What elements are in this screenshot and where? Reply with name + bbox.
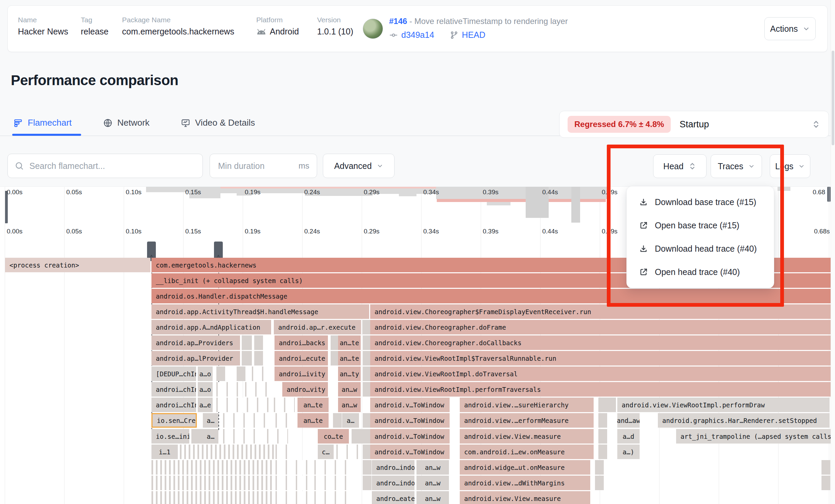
flame-segment[interactable]: c…: [318, 444, 334, 459]
flame-segment[interactable]: [314, 460, 355, 475]
flame-segment[interactable]: i…1: [151, 444, 178, 459]
flame-segment[interactable]: com.android.i…ew.onMeasure: [460, 444, 594, 459]
flame-segment[interactable]: android.ap…Providers: [151, 335, 240, 350]
flame-segment[interactable]: [363, 460, 371, 475]
flame-segment[interactable]: andro…indow: [372, 460, 414, 475]
flame-segment[interactable]: io.sen…Create: [151, 413, 197, 428]
tab-flamechart[interactable]: Flamechart: [14, 118, 72, 128]
flame-segment[interactable]: a…o: [198, 382, 212, 397]
flame-segment[interactable]: [607, 398, 616, 412]
flame-segment[interactable]: android.view.ViewRootImpl.doTraversal: [370, 366, 835, 381]
flame-segment[interactable]: android.view.…erformMeasure: [460, 413, 594, 428]
tab-network[interactable]: Network: [103, 118, 149, 128]
flame-segment[interactable]: [598, 429, 607, 443]
flame-segment[interactable]: [216, 366, 225, 381]
flame-segment[interactable]: android.v…ToWindow: [370, 398, 450, 412]
flame-segment[interactable]: [276, 476, 309, 490]
flame-segment[interactable]: [276, 413, 294, 428]
flame-segment[interactable]: android.app.A…ndApplication: [151, 320, 271, 334]
commit-link[interactable]: d349a14: [401, 30, 434, 40]
flame-segment[interactable]: android.view.ViewRootImpl.performTravers…: [370, 382, 835, 397]
flame-segment[interactable]: android.view.Choreographer.doFrame: [370, 320, 835, 334]
flame-segment[interactable]: androi…chInfo: [151, 382, 196, 397]
flame-segment[interactable]: [276, 491, 309, 504]
head-link[interactable]: HEAD: [462, 30, 485, 40]
flame-segment[interactable]: a…d: [617, 429, 639, 443]
flame-segment[interactable]: [254, 335, 263, 350]
flame-segment[interactable]: android.view.ViewRootImpl$TraversalRunna…: [370, 351, 835, 365]
flame-segment[interactable]: a…: [203, 413, 218, 428]
flame-segment[interactable]: android.v…ToWindow: [370, 429, 450, 443]
search-input[interactable]: [29, 161, 196, 171]
flame-segment[interactable]: an…te: [298, 398, 329, 412]
flame-segment[interactable]: android.widge…ut.onMeasure: [460, 460, 590, 475]
flame-segment[interactable]: android.view.View.measure: [460, 429, 594, 443]
flame-segment[interactable]: an…ty: [338, 366, 361, 381]
flame-segment[interactable]: [267, 429, 288, 443]
flame-segment[interactable]: android.app.ActivityThread$H.handleMessa…: [151, 304, 369, 319]
flame-segment[interactable]: an…w: [416, 476, 449, 490]
flame-segment[interactable]: [337, 444, 360, 459]
flame-segment[interactable]: [252, 366, 270, 381]
flame-segment[interactable]: android.ap…lProvider: [151, 351, 240, 365]
flame-segment[interactable]: [595, 476, 604, 490]
flame-segment[interactable]: [821, 476, 830, 490]
flame-segment[interactable]: a…): [617, 444, 639, 459]
flame-segment[interactable]: android.v…ToWindow: [370, 444, 450, 459]
flame-segment[interactable]: an…te: [338, 335, 361, 350]
flame-segment[interactable]: [363, 476, 371, 490]
flame-segment[interactable]: [276, 460, 309, 475]
flame-segment[interactable]: androi…backs: [274, 335, 328, 350]
flame-segment[interactable]: art_jni_trampoline (…apsed system calls): [676, 429, 831, 443]
flame-segment[interactable]: io.se…init: [151, 429, 189, 443]
flame-segment[interactable]: [180, 444, 274, 459]
actions-button[interactable]: Actions: [765, 17, 816, 40]
menu-item-open-head-trace[interactable]: Open head trace (#40): [627, 260, 774, 284]
flame-segment[interactable]: [276, 444, 296, 459]
flame-segment[interactable]: <process creation>: [5, 258, 150, 272]
flame-segment[interactable]: [245, 382, 270, 397]
flame-segment[interactable]: [598, 398, 607, 412]
flame-segment[interactable]: [216, 398, 270, 412]
advanced-button[interactable]: Advanced: [323, 154, 394, 178]
flame-segment[interactable]: [151, 460, 274, 475]
flame-segment[interactable]: [DEDUP…chInfo: [151, 366, 196, 381]
flame-segment[interactable]: [333, 413, 342, 428]
flame-segment[interactable]: [821, 460, 830, 475]
flame-segment[interactable]: androi…ivity: [274, 366, 328, 381]
flame-segment[interactable]: [223, 429, 264, 443]
flame-segment[interactable]: [598, 413, 607, 428]
flame-segment[interactable]: android.view.…dWithMargins: [460, 476, 590, 490]
flame-segment[interactable]: [151, 491, 274, 504]
flame-segment[interactable]: [595, 460, 604, 475]
flame-segment[interactable]: and…aw: [617, 413, 639, 428]
flame-segment[interactable]: androi…chInfo: [151, 398, 196, 412]
flame-segment[interactable]: android.ap…r.execute: [274, 320, 361, 334]
flame-segment[interactable]: [314, 476, 355, 490]
menu-item-download-base-trace[interactable]: Download base trace (#15): [627, 190, 774, 214]
flame-segment[interactable]: android.view.…sureHierarchy: [460, 398, 594, 412]
metric-select[interactable]: Regressed 6.7% ± 4.8% Startup: [559, 111, 829, 138]
flame-segment[interactable]: an…w: [416, 460, 449, 475]
menu-item-open-base-trace[interactable]: Open base trace (#15): [627, 214, 774, 237]
flame-segment[interactable]: andro…vity: [282, 382, 328, 397]
head-select-button[interactable]: Head: [653, 154, 707, 178]
flame-segment[interactable]: androi…ecute: [274, 351, 328, 365]
flame-segment[interactable]: co…te: [318, 429, 349, 443]
tab-video-details[interactable]: Video & Details: [181, 118, 255, 128]
pr-link[interactable]: #146: [389, 17, 407, 26]
flame-segment[interactable]: andro…eated: [372, 491, 414, 504]
flame-segment[interactable]: android.view.ViewRootImpl.performDraw: [617, 398, 830, 412]
min-duration-input[interactable]: [217, 161, 295, 171]
flame-segment[interactable]: an…w: [416, 491, 449, 504]
flame-segment[interactable]: android.os.Handler.dispatchMessage: [151, 289, 835, 303]
flame-segment[interactable]: an…te: [338, 351, 361, 365]
flame-segment[interactable]: a…: [203, 429, 218, 443]
flame-segment[interactable]: [274, 398, 295, 412]
flame-segment[interactable]: android.view.Choreographer.doCallbacks: [370, 335, 835, 350]
flame-segment[interactable]: [216, 382, 240, 397]
logs-button[interactable]: Logs: [770, 154, 810, 178]
flame-segment[interactable]: an…w: [338, 398, 361, 412]
flame-segment[interactable]: [242, 335, 252, 350]
traces-button[interactable]: Traces: [711, 154, 762, 178]
